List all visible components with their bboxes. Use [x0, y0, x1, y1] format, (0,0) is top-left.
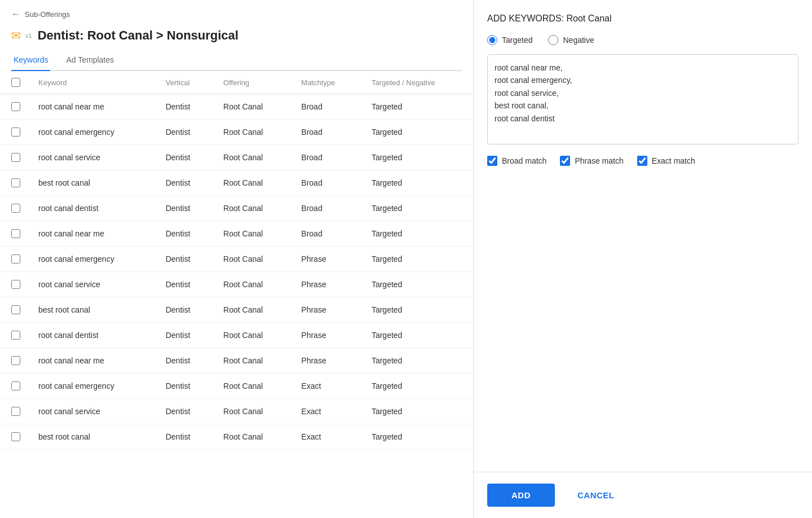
row-checkbox[interactable] — [11, 305, 20, 314]
phrase-match-label: Phrase match — [575, 156, 623, 165]
exact-match-checkbox[interactable] — [637, 156, 647, 166]
cell-offering: Root Canal — [214, 374, 292, 399]
envelope-icon: ✉ — [11, 29, 21, 42]
back-button[interactable]: ← — [11, 9, 20, 19]
cell-vertical: Dentist — [157, 221, 214, 247]
table-row: root canal near me Dentist Root Canal Br… — [0, 221, 473, 247]
cell-keyword: root canal near me — [29, 348, 157, 374]
phrase-match-checkbox[interactable] — [560, 156, 570, 166]
col-status: Targeted / Negative — [363, 71, 473, 94]
cell-status: Targeted — [363, 247, 473, 272]
row-checkbox[interactable] — [11, 204, 20, 213]
page-title: Dentist: Root Canal > Nonsurgical — [38, 28, 239, 43]
row-checkbox[interactable] — [11, 178, 20, 187]
row-checkbox[interactable] — [11, 331, 20, 340]
cell-matchtype: Exact — [292, 399, 363, 424]
cell-matchtype: Broad — [292, 120, 363, 145]
cell-keyword: root canal emergency — [29, 247, 157, 272]
cell-status: Targeted — [363, 374, 473, 399]
cell-offering: Root Canal — [214, 94, 292, 120]
breadcrumb: Sub-Offerings — [25, 10, 70, 19]
table-row: root canal emergency Dentist Root Canal … — [0, 120, 473, 145]
row-checkbox-cell — [0, 247, 29, 272]
row-checkbox[interactable] — [11, 254, 20, 264]
broad-match-checkbox[interactable] — [487, 156, 497, 166]
table-row: root canal dentist Dentist Root Canal Ph… — [0, 323, 473, 348]
cell-keyword: best root canal — [29, 170, 157, 196]
radio-negative-label: Negative — [563, 36, 594, 45]
table-row: root canal service Dentist Root Canal Ph… — [0, 272, 473, 297]
row-checkbox[interactable] — [11, 153, 20, 162]
row-checkbox-cell — [0, 145, 29, 170]
cancel-button[interactable]: CANCEL — [564, 484, 628, 507]
cell-matchtype: Phrase — [292, 247, 363, 272]
row-checkbox[interactable] — [11, 407, 20, 416]
radio-targeted[interactable]: Targeted — [487, 35, 532, 45]
row-checkbox-cell — [0, 399, 29, 424]
cell-offering: Root Canal — [214, 196, 292, 221]
match-exact[interactable]: Exact match — [637, 156, 695, 166]
tab-keywords[interactable]: Keywords — [11, 50, 50, 71]
keywords-textarea[interactable] — [487, 54, 798, 144]
cell-vertical: Dentist — [157, 145, 214, 170]
right-panel: ADD KEYWORDS: Root Canal Targeted Negati… — [474, 0, 812, 518]
select-all-checkbox[interactable] — [11, 78, 20, 87]
radio-negative[interactable]: Negative — [548, 35, 594, 45]
tab-ad-templates[interactable]: Ad Templates — [64, 50, 116, 71]
table-row: root canal service Dentist Root Canal Br… — [0, 145, 473, 170]
cell-offering: Root Canal — [214, 348, 292, 374]
cell-matchtype: Broad — [292, 170, 363, 196]
row-checkbox-cell — [0, 221, 29, 247]
cell-vertical: Dentist — [157, 424, 214, 450]
table-row: best root canal Dentist Root Canal Exact… — [0, 424, 473, 450]
row-checkbox[interactable] — [11, 280, 20, 289]
radio-targeted-label: Targeted — [502, 36, 532, 45]
row-checkbox[interactable] — [11, 229, 20, 238]
row-checkbox[interactable] — [11, 128, 20, 137]
row-checkbox[interactable] — [11, 356, 20, 365]
row-checkbox-cell — [0, 94, 29, 120]
tabs-container: Keywords Ad Templates — [11, 50, 462, 71]
cell-vertical: Dentist — [157, 94, 214, 120]
cell-keyword: root canal emergency — [29, 120, 157, 145]
table-row: root canal emergency Dentist Root Canal … — [0, 374, 473, 399]
col-offering: Offering — [214, 71, 292, 94]
match-broad[interactable]: Broad match — [487, 156, 546, 166]
row-checkbox-cell — [0, 120, 29, 145]
cell-offering: Root Canal — [214, 120, 292, 145]
table-row: best root canal Dentist Root Canal Phras… — [0, 297, 473, 323]
add-button[interactable]: ADD — [487, 484, 555, 507]
cell-offering: Root Canal — [214, 424, 292, 450]
row-checkbox[interactable] — [11, 102, 20, 111]
panel-footer: ADD CANCEL — [474, 472, 812, 518]
cell-keyword: best root canal — [29, 297, 157, 323]
cell-offering: Root Canal — [214, 247, 292, 272]
cell-keyword: root canal dentist — [29, 323, 157, 348]
cell-status: Targeted — [363, 348, 473, 374]
cell-vertical: Dentist — [157, 348, 214, 374]
cell-status: Targeted — [363, 424, 473, 450]
table-row: root canal near me Dentist Root Canal Br… — [0, 94, 473, 120]
cell-offering: Root Canal — [214, 221, 292, 247]
row-checkbox[interactable] — [11, 381, 20, 390]
match-phrase[interactable]: Phrase match — [560, 156, 623, 166]
cell-status: Targeted — [363, 297, 473, 323]
row-checkbox-cell — [0, 196, 29, 221]
table-row: root canal service Dentist Root Canal Ex… — [0, 399, 473, 424]
cell-matchtype: Phrase — [292, 272, 363, 297]
cell-status: Targeted — [363, 120, 473, 145]
radio-targeted-input[interactable] — [487, 35, 497, 45]
row-checkbox[interactable] — [11, 432, 20, 441]
row-checkbox-cell — [0, 323, 29, 348]
table-row: root canal dentist Dentist Root Canal Br… — [0, 196, 473, 221]
cell-matchtype: Phrase — [292, 348, 363, 374]
table-row: root canal near me Dentist Root Canal Ph… — [0, 348, 473, 374]
cell-offering: Root Canal — [214, 297, 292, 323]
cell-matchtype: Phrase — [292, 323, 363, 348]
cell-offering: Root Canal — [214, 272, 292, 297]
page-header: ✉ v1 Dentist: Root Canal > Nonsurgical — [0, 24, 473, 43]
broad-match-label: Broad match — [502, 156, 546, 165]
cell-matchtype: Exact — [292, 424, 363, 450]
radio-negative-input[interactable] — [548, 35, 558, 45]
table-row: best root canal Dentist Root Canal Broad… — [0, 170, 473, 196]
